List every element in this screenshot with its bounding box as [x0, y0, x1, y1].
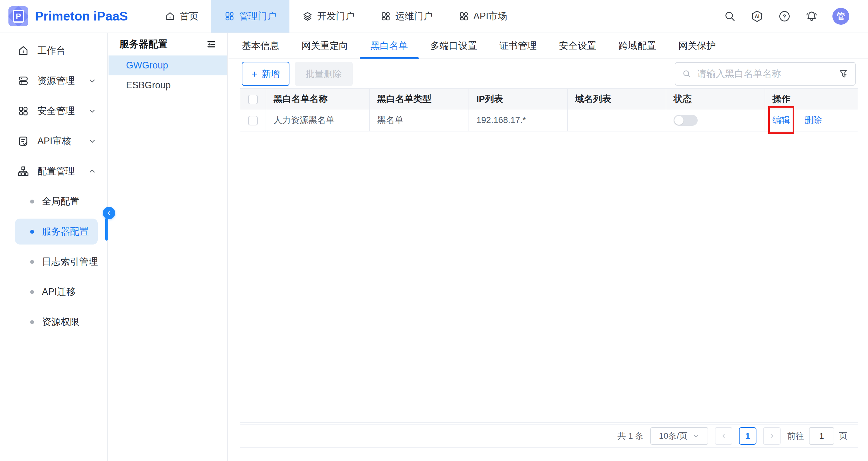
plus-icon: + [251, 69, 257, 79]
sidebar-item-api-review[interactable]: API审核 [0, 126, 107, 156]
brand[interactable]: P Primeton iPaaS [0, 0, 128, 33]
grid-shapes-icon [18, 105, 29, 117]
navbar-tools: AI ? 管 [724, 0, 868, 33]
sidebar-item-resources[interactable]: 资源管理 [0, 66, 107, 96]
table-header-row: 黑白名单名称 黑白名单类型 IP列表 域名列表 状态 操作 [240, 89, 858, 109]
nav-item-label: API市场 [473, 10, 507, 23]
group-item-esbgroup[interactable]: ESBGroup [108, 75, 227, 95]
nav-item-admin-portal[interactable]: 管理门户 [211, 0, 289, 33]
group-item-gwgroup[interactable]: GWGroup [108, 56, 227, 75]
ai-assistant-icon[interactable]: AI [750, 10, 764, 23]
svg-text:?: ? [783, 13, 786, 20]
sidebar-subitem-global-config[interactable]: 全局配置 [0, 186, 107, 216]
app-logo-icon: P [8, 6, 28, 26]
group-item-label: GWGroup [126, 60, 168, 71]
current-page-button[interactable]: 1 [739, 427, 756, 445]
goto-page-input[interactable] [809, 427, 834, 445]
chevron-down-icon [88, 137, 96, 145]
edit-link[interactable]: 编辑 [772, 115, 790, 125]
goto-page-group: 前往 页 [787, 427, 847, 445]
page-size-select[interactable]: 10条/页 [650, 427, 708, 445]
nav-item-label: 首页 [180, 10, 198, 23]
user-avatar[interactable]: 管 [832, 8, 849, 25]
page-unit-label: 页 [839, 430, 847, 442]
select-all-checkbox[interactable] [248, 95, 258, 104]
logo-letter: P [13, 10, 24, 23]
sidebar-item-workbench[interactable]: 工作台 [0, 36, 107, 66]
tab-basic-info[interactable]: 基本信息 [242, 33, 279, 59]
blacklist-table: 黑白名单名称 黑白名单类型 IP列表 域名列表 状态 操作 人力资源黑名单 黑名… [240, 88, 858, 423]
notifications-bell-icon[interactable] [805, 10, 818, 23]
tab-blacklist-whitelist[interactable]: 黑白名单 [371, 33, 408, 59]
tab-multiport[interactable]: 多端口设置 [430, 33, 477, 59]
database-icon [18, 75, 29, 87]
sidebar-item-config[interactable]: 配置管理 [0, 156, 107, 186]
panel-fold-icon[interactable] [206, 39, 216, 50]
cell-domain-list [567, 109, 666, 131]
chevron-left-icon [720, 432, 727, 439]
document-check-icon [18, 135, 29, 147]
sidebar-subitem-resource-permission[interactable]: 资源权限 [0, 307, 107, 337]
help-icon[interactable]: ? [778, 10, 791, 23]
column-header-type: 黑白名单类型 [370, 89, 469, 109]
batch-delete-button[interactable]: 批量删除 [295, 62, 353, 86]
nav-item-label: 开发门户 [317, 10, 354, 23]
sidebar-subitem-api-migration[interactable]: API迁移 [0, 277, 107, 307]
column-header-status: 状态 [666, 89, 765, 109]
nav-item-dev-portal[interactable]: 开发门户 [289, 0, 368, 33]
column-header-domain-list: 域名列表 [567, 89, 666, 109]
sidebar-subitem-label: 资源权限 [42, 316, 79, 328]
delete-link[interactable]: 删除 [804, 115, 822, 125]
main-content: 基本信息 网关重定向 黑白名单 多端口设置 证书管理 安全设置 跨域配置 网关保… [228, 33, 868, 461]
chevron-left-icon [106, 210, 113, 216]
prev-page-button[interactable] [715, 427, 732, 445]
sidebar-subitem-label: 日志索引管理 [42, 255, 98, 268]
chevron-down-icon [692, 432, 700, 439]
tab-cors-config[interactable]: 跨域配置 [619, 33, 656, 59]
top-navbar: P Primeton iPaaS 首页 管理门户 开发门户 运维门户 [0, 0, 868, 33]
bullet-dot-icon [30, 290, 34, 294]
cell-status [666, 109, 765, 131]
tab-certificates[interactable]: 证书管理 [499, 33, 537, 59]
sidebar-item-label: 工作台 [37, 44, 65, 57]
sidebar-subitem-label: API迁移 [42, 285, 76, 298]
chevron-down-icon [88, 107, 96, 115]
config-submenu: 全局配置 服务器配置 日志索引管理 API迁移 资源权限 [0, 186, 107, 337]
app-window: P Primeton iPaaS 首页 管理门户 开发门户 运维门户 [0, 0, 868, 461]
layers-icon [302, 11, 313, 22]
nav-item-label: 运维门户 [395, 10, 433, 23]
sidebar-subitem-log-index[interactable]: 日志索引管理 [0, 247, 107, 277]
bullet-dot-icon [30, 320, 34, 324]
nav-item-label: 管理门户 [239, 10, 276, 23]
nav-item-api-market[interactable]: API市场 [445, 0, 520, 33]
tab-gateway-redirect[interactable]: 网关重定向 [302, 33, 348, 59]
cell-ip-list: 192.168.17.* [469, 109, 567, 131]
grid-icon [459, 11, 469, 22]
search-input[interactable] [697, 68, 833, 79]
sidebar-collapse-button[interactable] [103, 207, 115, 219]
sidebar-item-security[interactable]: 安全管理 [0, 96, 107, 126]
chevron-down-icon [88, 76, 96, 85]
search-icon[interactable] [724, 10, 736, 22]
status-toggle[interactable] [674, 115, 698, 126]
cell-name: 人力资源黑名单 [266, 109, 370, 131]
tab-gateway-protection[interactable]: 网关保护 [678, 33, 716, 59]
home-icon [165, 11, 175, 22]
add-button[interactable]: + 新增 [242, 62, 289, 86]
filter-funnel-icon[interactable] [838, 69, 848, 79]
row-checkbox[interactable] [248, 116, 258, 125]
sidebar-item-label: 配置管理 [37, 165, 75, 178]
sidebar-scrollbar-thumb[interactable] [105, 218, 108, 241]
nav-item-home[interactable]: 首页 [152, 0, 211, 33]
bullet-dot-icon [30, 230, 34, 234]
chevron-up-icon [88, 167, 96, 176]
nav-item-ops-portal[interactable]: 运维门户 [368, 0, 445, 33]
svg-text:AI: AI [755, 14, 760, 19]
sidebar-subitem-server-config[interactable]: 服务器配置 [0, 216, 107, 247]
workbench-home-icon [18, 45, 29, 56]
next-page-button[interactable] [763, 427, 781, 445]
column-header-actions: 操作 [765, 89, 858, 109]
sidebar-subitem-label: 服务器配置 [42, 225, 89, 238]
tab-security-settings[interactable]: 安全设置 [559, 33, 596, 59]
cell-type: 黑名单 [370, 109, 469, 131]
